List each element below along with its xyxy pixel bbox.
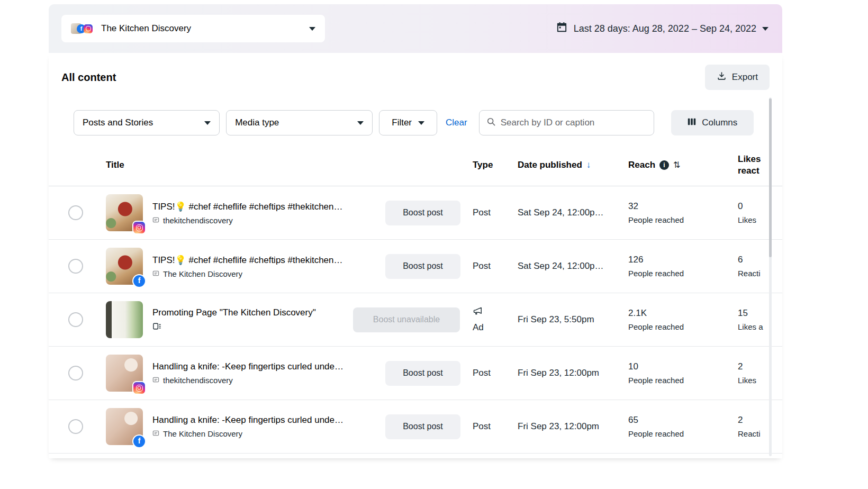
content-type-label: Posts and Stories	[83, 117, 153, 128]
boost-cell: Boost post	[385, 361, 473, 386]
column-header-title[interactable]: Title	[106, 160, 473, 170]
boost-post-button[interactable]: Boost post	[385, 361, 460, 386]
post-account: thekitchendiscovery	[152, 376, 373, 385]
select-cell	[61, 259, 106, 274]
title-cell: Handling a knife: -Keep fingertips curle…	[152, 415, 385, 438]
search-box[interactable]	[479, 110, 654, 135]
row-select-radio[interactable]	[68, 312, 83, 327]
export-label: Export	[732, 72, 758, 83]
account-name: thekitchendiscovery	[163, 376, 233, 385]
clear-filters-link[interactable]: Clear	[446, 117, 467, 128]
post-title[interactable]: TIPS!💡 #chef #cheflife #cheftips #thekit…	[152, 201, 373, 212]
post-type: Post	[473, 421, 518, 432]
page-avatar	[71, 23, 93, 34]
select-cell	[61, 312, 106, 327]
likes-value: 15	[738, 308, 782, 319]
post-date: Sat Sep 24, 12:00p…	[518, 207, 628, 218]
columns-button[interactable]: Columns	[671, 110, 754, 135]
thumb-cell	[106, 301, 152, 338]
instagram-icon	[84, 24, 93, 33]
likes-value: 6	[738, 255, 782, 265]
page-header: The Kitchen Discovery Last 28 days: Aug …	[49, 4, 782, 53]
boost-post-button[interactable]: Boost post	[385, 201, 460, 225]
select-cell	[61, 366, 106, 381]
instagram-badge-icon	[133, 382, 145, 394]
reach-value: 10	[628, 361, 738, 372]
post-account: The Kitchen Discovery	[152, 269, 373, 278]
reach-sublabel: People reached	[628, 376, 738, 385]
likes-cell: 6 Reacti	[738, 255, 782, 278]
boost-unavailable-button: Boost unavailable	[353, 307, 460, 332]
reach-value: 32	[628, 201, 738, 212]
row-select-radio[interactable]	[68, 419, 83, 434]
post-title[interactable]: Promoting Page "The Kitchen Discovery"	[152, 307, 373, 318]
post-title[interactable]: Handling a knife: -Keep fingertips curle…	[152, 361, 373, 372]
row-select-radio[interactable]	[68, 366, 83, 381]
chevron-down-icon	[204, 121, 211, 125]
thumb-cell	[106, 194, 152, 231]
table-row: Promoting Page "The Kitchen Discovery" B…	[49, 293, 782, 347]
post-thumbnail[interactable]	[106, 301, 143, 338]
content-panel: All content Export Posts and Stories Med…	[49, 53, 782, 458]
boost-post-button[interactable]: Boost post	[385, 254, 460, 279]
likes-sublabel: Likes a	[738, 322, 782, 331]
post-thumbnail[interactable]	[106, 248, 143, 285]
reach-cell: 32 People reached	[628, 201, 738, 224]
table-row: Handling a knife: -Keep fingertips curle…	[49, 347, 782, 400]
boost-cell: Boost unavailable	[385, 307, 473, 332]
search-input[interactable]	[501, 117, 647, 128]
post-type-label: Ad	[473, 322, 484, 333]
instagram-badge-icon	[133, 222, 145, 233]
filter-bar: Posts and Stories Media type Filter Clea…	[49, 102, 782, 144]
title-cell: Promoting Page "The Kitchen Discovery"	[152, 307, 385, 332]
column-header-likes-reactions[interactable]: Likes react	[738, 153, 782, 176]
page-icon	[152, 216, 159, 225]
account-name: The Kitchen Discovery	[163, 429, 242, 438]
chevron-down-icon	[309, 27, 315, 31]
post-title[interactable]: Handling a knife: -Keep fingertips curle…	[152, 415, 373, 425]
page-title: All content	[61, 71, 116, 84]
info-icon[interactable]: i	[659, 160, 669, 170]
media-type-dropdown[interactable]: Media type	[226, 110, 373, 135]
calendar-icon	[556, 21, 568, 36]
facebook-badge-icon	[133, 275, 145, 287]
sort-toggle-icon[interactable]: ⇅	[673, 160, 680, 170]
chevron-down-icon	[357, 121, 364, 125]
post-thumbnail[interactable]	[106, 408, 143, 445]
reach-cell: 2.1K People reached	[628, 308, 738, 331]
column-header-type[interactable]: Type	[473, 160, 518, 170]
table-row: Handling a knife: -Keep fingertips curle…	[49, 400, 782, 454]
boost-cell: Boost post	[385, 254, 473, 279]
page-selector-dropdown[interactable]: The Kitchen Discovery	[61, 15, 325, 42]
media-format	[152, 322, 373, 332]
likes-value: 2	[738, 415, 782, 425]
reach-cell: 10 People reached	[628, 361, 738, 385]
download-icon	[717, 71, 727, 84]
content-type-dropdown[interactable]: Posts and Stories	[74, 110, 220, 135]
reach-cell: 65 People reached	[628, 415, 738, 438]
post-thumbnail[interactable]	[106, 194, 143, 231]
column-header-reach[interactable]: Reach i ⇅	[628, 160, 738, 170]
post-date: Fri Sep 23, 12:00pm	[518, 421, 628, 432]
scrollbar-thumb[interactable]	[769, 98, 772, 257]
chevron-down-icon	[762, 27, 768, 31]
thumb-cell	[106, 248, 152, 285]
post-title[interactable]: TIPS!💡 #chef #cheflife #cheftips #thekit…	[152, 255, 373, 266]
thumb-cell	[106, 355, 152, 392]
search-icon	[486, 117, 496, 129]
reach-sublabel: People reached	[628, 215, 738, 224]
vertical-scrollbar[interactable]	[769, 97, 772, 456]
filter-dropdown[interactable]: Filter	[379, 110, 437, 135]
boost-post-button[interactable]: Boost post	[385, 414, 460, 439]
reach-value: 65	[628, 415, 738, 425]
row-select-radio[interactable]	[68, 259, 83, 274]
likes-value: 2	[738, 361, 782, 372]
export-button[interactable]: Export	[705, 65, 770, 90]
reach-cell: 126 People reached	[628, 255, 738, 278]
post-thumbnail[interactable]	[106, 355, 143, 392]
date-range-picker[interactable]: Last 28 days: Aug 28, 2022 – Sep 24, 202…	[556, 21, 768, 36]
row-select-radio[interactable]	[68, 205, 83, 220]
likes-cell: 2 Reacti	[738, 415, 782, 438]
column-header-date-published[interactable]: Date published ↓	[518, 160, 628, 170]
post-type: Ad	[473, 306, 518, 333]
